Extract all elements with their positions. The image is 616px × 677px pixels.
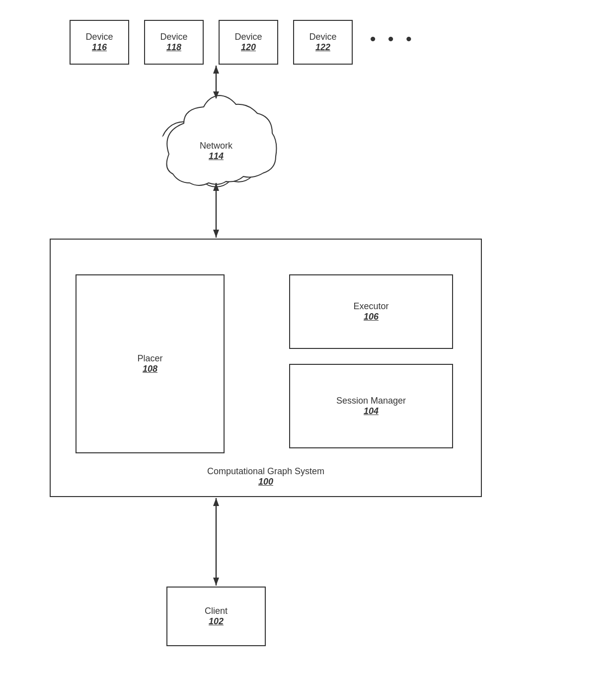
system-label: Computational Graph System bbox=[51, 466, 481, 477]
network-number: 114 bbox=[186, 151, 246, 162]
executor-label: Executor bbox=[353, 301, 388, 312]
svg-marker-14 bbox=[213, 183, 219, 191]
svg-marker-16 bbox=[213, 498, 219, 506]
svg-marker-15 bbox=[213, 230, 219, 238]
device-120: Device 120 bbox=[219, 20, 278, 65]
client-box: Client 102 bbox=[166, 587, 266, 646]
executor-number: 106 bbox=[364, 312, 379, 322]
device-122-number: 122 bbox=[315, 42, 330, 53]
system-label-container: Computational Graph System 100 bbox=[51, 466, 481, 487]
client-label: Client bbox=[205, 606, 228, 616]
device-122-label: Device bbox=[309, 32, 336, 42]
device-118-number: 118 bbox=[166, 42, 181, 53]
executor-box: Executor 106 bbox=[289, 274, 453, 349]
device-118: Device 118 bbox=[144, 20, 204, 65]
placer-number: 108 bbox=[143, 364, 157, 374]
device-120-label: Device bbox=[234, 32, 262, 42]
device-116-label: Device bbox=[85, 32, 113, 42]
client-number: 102 bbox=[209, 616, 224, 627]
session-manager-number: 104 bbox=[364, 406, 379, 417]
device-116: Device 116 bbox=[70, 20, 129, 65]
ellipsis-dots: • • • bbox=[370, 30, 415, 48]
system-box: Placer 108 Executor 106 Session Manager … bbox=[50, 239, 482, 497]
svg-marker-17 bbox=[213, 578, 219, 586]
device-120-number: 120 bbox=[241, 42, 256, 53]
device-122: Device 122 bbox=[293, 20, 353, 65]
device-116-number: 116 bbox=[92, 42, 107, 53]
session-manager-label: Session Manager bbox=[336, 396, 406, 406]
diagram: Device 116 Device 118 Device 120 Device … bbox=[0, 0, 616, 677]
system-number: 100 bbox=[51, 477, 481, 487]
device-118-label: Device bbox=[160, 32, 187, 42]
network-label: Network bbox=[186, 141, 246, 151]
svg-marker-13 bbox=[213, 91, 219, 98]
placer-box: Placer 108 bbox=[76, 274, 225, 453]
session-manager-box: Session Manager 104 bbox=[289, 364, 453, 448]
placer-label: Placer bbox=[137, 353, 162, 364]
svg-marker-12 bbox=[213, 66, 219, 74]
network-label-container: Network 114 bbox=[186, 141, 246, 162]
